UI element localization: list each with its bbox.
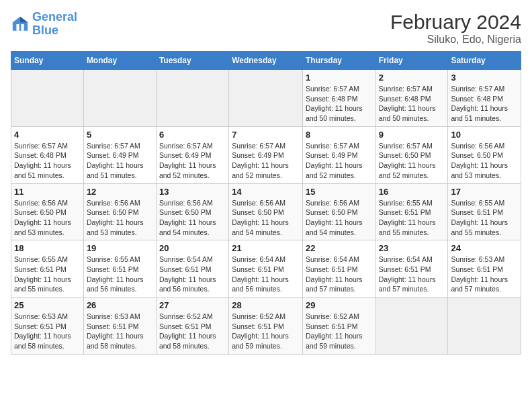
- day-number: 29: [306, 300, 373, 310]
- calendar-table: SundayMondayTuesdayWednesdayThursdayFrid…: [11, 51, 521, 355]
- calendar-cell: 20Sunrise: 6:54 AM Sunset: 6:51 PM Dayli…: [156, 240, 228, 298]
- logo-text: General Blue: [32, 11, 77, 38]
- day-number: 27: [159, 300, 226, 310]
- calendar-cell: 15Sunrise: 6:56 AM Sunset: 6:50 PM Dayli…: [302, 183, 375, 240]
- day-number: 6: [159, 130, 226, 140]
- day-info: Sunrise: 6:52 AM Sunset: 6:51 PM Dayligh…: [232, 312, 300, 351]
- calendar-cell: 18Sunrise: 6:55 AM Sunset: 6:51 PM Dayli…: [11, 240, 84, 298]
- day-info: Sunrise: 6:57 AM Sunset: 6:48 PM Dayligh…: [379, 84, 445, 124]
- day-info: Sunrise: 6:55 AM Sunset: 6:51 PM Dayligh…: [87, 255, 153, 294]
- day-info: Sunrise: 6:57 AM Sunset: 6:49 PM Dayligh…: [306, 141, 373, 181]
- day-info: Sunrise: 6:53 AM Sunset: 6:51 PM Dayligh…: [87, 312, 153, 351]
- day-number: 22: [306, 243, 373, 253]
- week-row-5: 25Sunrise: 6:53 AM Sunset: 6:51 PM Dayli…: [11, 298, 521, 355]
- calendar-cell: 14Sunrise: 6:56 AM Sunset: 6:50 PM Dayli…: [229, 183, 303, 240]
- calendar-cell: 1Sunrise: 6:57 AM Sunset: 6:48 PM Daylig…: [302, 70, 375, 127]
- day-number: 9: [379, 130, 445, 140]
- calendar-cell: 24Sunrise: 6:53 AM Sunset: 6:51 PM Dayli…: [448, 240, 521, 298]
- calendar-cell: 16Sunrise: 6:55 AM Sunset: 6:51 PM Dayli…: [375, 183, 448, 240]
- day-number: 26: [87, 300, 153, 310]
- day-info: Sunrise: 6:56 AM Sunset: 6:50 PM Dayligh…: [87, 198, 153, 238]
- day-number: 19: [87, 243, 153, 253]
- day-info: Sunrise: 6:52 AM Sunset: 6:51 PM Dayligh…: [306, 312, 373, 351]
- day-info: Sunrise: 6:54 AM Sunset: 6:51 PM Dayligh…: [306, 255, 373, 294]
- svg-rect-3: [21, 24, 24, 31]
- day-number: 1: [306, 73, 373, 83]
- calendar-cell: [83, 70, 156, 127]
- day-number: 25: [14, 300, 81, 310]
- weekday-header-thursday: Thursday: [302, 52, 375, 70]
- day-number: 24: [451, 243, 518, 253]
- day-number: 23: [379, 243, 445, 253]
- calendar-cell: 4Sunrise: 6:57 AM Sunset: 6:48 PM Daylig…: [11, 126, 84, 183]
- day-info: Sunrise: 6:57 AM Sunset: 6:48 PM Dayligh…: [451, 84, 518, 124]
- logo-line1: General: [32, 10, 77, 24]
- day-info: Sunrise: 6:54 AM Sunset: 6:51 PM Dayligh…: [159, 255, 226, 294]
- calendar-cell: [229, 70, 303, 127]
- calendar-cell: 21Sunrise: 6:54 AM Sunset: 6:51 PM Dayli…: [229, 240, 303, 298]
- svg-rect-2: [16, 24, 19, 31]
- logo: General Blue: [11, 11, 77, 38]
- week-row-4: 18Sunrise: 6:55 AM Sunset: 6:51 PM Dayli…: [11, 240, 521, 298]
- day-info: Sunrise: 6:56 AM Sunset: 6:50 PM Dayligh…: [232, 198, 300, 238]
- weekday-header-friday: Friday: [375, 52, 448, 70]
- week-row-2: 4Sunrise: 6:57 AM Sunset: 6:48 PM Daylig…: [11, 126, 521, 183]
- day-info: Sunrise: 6:56 AM Sunset: 6:50 PM Dayligh…: [451, 141, 518, 181]
- day-number: 5: [87, 130, 153, 140]
- calendar-cell: 17Sunrise: 6:55 AM Sunset: 6:51 PM Dayli…: [448, 183, 521, 240]
- day-info: Sunrise: 6:57 AM Sunset: 6:49 PM Dayligh…: [232, 141, 300, 181]
- day-number: 2: [379, 73, 445, 83]
- calendar-cell: [448, 298, 521, 355]
- weekday-header-wednesday: Wednesday: [229, 52, 303, 70]
- day-number: 8: [306, 130, 373, 140]
- day-number: 4: [14, 130, 81, 140]
- calendar-cell: 7Sunrise: 6:57 AM Sunset: 6:49 PM Daylig…: [229, 126, 303, 183]
- day-info: Sunrise: 6:52 AM Sunset: 6:51 PM Dayligh…: [159, 312, 226, 351]
- day-info: Sunrise: 6:57 AM Sunset: 6:48 PM Dayligh…: [306, 84, 373, 124]
- day-info: Sunrise: 6:57 AM Sunset: 6:49 PM Dayligh…: [159, 141, 226, 181]
- calendar-cell: 22Sunrise: 6:54 AM Sunset: 6:51 PM Dayli…: [302, 240, 375, 298]
- day-info: Sunrise: 6:57 AM Sunset: 6:50 PM Dayligh…: [379, 141, 445, 181]
- week-row-3: 11Sunrise: 6:56 AM Sunset: 6:50 PM Dayli…: [11, 183, 521, 240]
- calendar-cell: 10Sunrise: 6:56 AM Sunset: 6:50 PM Dayli…: [448, 126, 521, 183]
- page-header: General Blue February 2024 Siluko, Edo, …: [11, 11, 521, 46]
- calendar-cell: 13Sunrise: 6:56 AM Sunset: 6:50 PM Dayli…: [156, 183, 228, 240]
- day-info: Sunrise: 6:54 AM Sunset: 6:51 PM Dayligh…: [379, 255, 445, 294]
- logo-line2: Blue: [32, 24, 58, 37]
- day-info: Sunrise: 6:56 AM Sunset: 6:50 PM Dayligh…: [14, 198, 81, 238]
- calendar-cell: 8Sunrise: 6:57 AM Sunset: 6:49 PM Daylig…: [302, 126, 375, 183]
- calendar-cell: [11, 70, 84, 127]
- day-number: 17: [451, 187, 518, 197]
- day-info: Sunrise: 6:53 AM Sunset: 6:51 PM Dayligh…: [451, 255, 518, 294]
- calendar-title: February 2024: [390, 11, 521, 34]
- week-row-1: 1Sunrise: 6:57 AM Sunset: 6:48 PM Daylig…: [11, 70, 521, 127]
- day-info: Sunrise: 6:57 AM Sunset: 6:48 PM Dayligh…: [14, 141, 81, 181]
- day-number: 16: [379, 187, 445, 197]
- day-info: Sunrise: 6:56 AM Sunset: 6:50 PM Dayligh…: [159, 198, 226, 238]
- calendar-cell: 27Sunrise: 6:52 AM Sunset: 6:51 PM Dayli…: [156, 298, 228, 355]
- day-info: Sunrise: 6:55 AM Sunset: 6:51 PM Dayligh…: [451, 198, 518, 238]
- day-number: 20: [159, 243, 226, 253]
- day-number: 14: [232, 187, 300, 197]
- day-number: 11: [14, 187, 81, 197]
- calendar-cell: 9Sunrise: 6:57 AM Sunset: 6:50 PM Daylig…: [375, 126, 448, 183]
- weekday-header-monday: Monday: [83, 52, 156, 70]
- day-number: 7: [232, 130, 300, 140]
- day-number: 18: [14, 243, 81, 253]
- weekday-header-row: SundayMondayTuesdayWednesdayThursdayFrid…: [11, 52, 521, 70]
- calendar-cell: 2Sunrise: 6:57 AM Sunset: 6:48 PM Daylig…: [375, 70, 448, 127]
- calendar-cell: 11Sunrise: 6:56 AM Sunset: 6:50 PM Dayli…: [11, 183, 84, 240]
- calendar-subtitle: Siluko, Edo, Nigeria: [390, 34, 521, 46]
- calendar-cell: 25Sunrise: 6:53 AM Sunset: 6:51 PM Dayli…: [11, 298, 84, 355]
- day-number: 13: [159, 187, 226, 197]
- weekday-header-tuesday: Tuesday: [156, 52, 228, 70]
- calendar-cell: 28Sunrise: 6:52 AM Sunset: 6:51 PM Dayli…: [229, 298, 303, 355]
- day-number: 21: [232, 243, 300, 253]
- calendar-cell: [375, 298, 448, 355]
- logo-icon: [11, 15, 30, 34]
- day-number: 12: [87, 187, 153, 197]
- day-info: Sunrise: 6:55 AM Sunset: 6:51 PM Dayligh…: [14, 255, 81, 294]
- calendar-cell: 5Sunrise: 6:57 AM Sunset: 6:49 PM Daylig…: [83, 126, 156, 183]
- weekday-header-sunday: Sunday: [11, 52, 84, 70]
- day-info: Sunrise: 6:57 AM Sunset: 6:49 PM Dayligh…: [87, 141, 153, 181]
